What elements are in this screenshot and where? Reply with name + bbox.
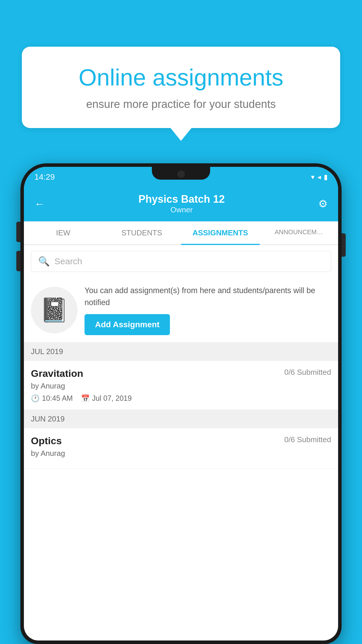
tab-assignments[interactable]: ASSIGNMENTS bbox=[181, 221, 260, 244]
section-label-jul: JUL 2019 bbox=[31, 347, 63, 356]
tab-iew[interactable]: IEW bbox=[24, 221, 103, 244]
assignment-date-gravitation: 📅 Jul 07, 2019 bbox=[81, 394, 132, 402]
tab-announcements[interactable]: ANNOUNCEM… bbox=[260, 221, 338, 244]
section-label-jun: JUN 2019 bbox=[31, 414, 65, 423]
front-camera bbox=[177, 170, 185, 178]
bubble-subtitle: ensure more practice for your students bbox=[42, 98, 320, 111]
time-value-gravitation: 10:45 AM bbox=[42, 394, 73, 402]
assignment-top: Gravitation 0/6 Submitted bbox=[31, 368, 331, 379]
assignment-submitted-gravitation: 0/6 Submitted bbox=[284, 368, 331, 377]
power-button[interactable] bbox=[342, 233, 346, 257]
status-time: 14:29 bbox=[34, 172, 55, 182]
signal-icon: ◂ bbox=[317, 173, 321, 181]
search-bar[interactable]: 🔍 Search bbox=[31, 251, 331, 272]
back-button[interactable]: ← bbox=[34, 198, 45, 210]
assignment-time-gravitation: 🕐 10:45 AM bbox=[31, 394, 73, 402]
assignment-submitted-optics: 0/6 Submitted bbox=[284, 435, 331, 444]
assignment-name-optics: Optics bbox=[31, 435, 62, 447]
notebook-icon: 📓 bbox=[40, 296, 69, 324]
phone-notch bbox=[152, 167, 210, 180]
settings-button[interactable]: ⚙ bbox=[318, 198, 328, 210]
clock-icon: 🕐 bbox=[31, 394, 40, 402]
battery-icon: ▮ bbox=[324, 173, 328, 181]
app-header: ← Physics Batch 12 Owner ⚙ bbox=[24, 187, 338, 221]
search-icon: 🔍 bbox=[38, 256, 50, 267]
assignment-author-gravitation: by Anurag bbox=[31, 382, 331, 391]
header-subtitle: Owner bbox=[138, 205, 225, 214]
calendar-icon: 📅 bbox=[81, 394, 90, 402]
phone-frame: 14:29 ▾ ◂ ▮ ← Physics Batch 12 Owner ⚙ I… bbox=[20, 163, 342, 644]
wifi-icon: ▾ bbox=[311, 173, 314, 181]
promo-section: 📓 You can add assignment(s) from here an… bbox=[24, 278, 338, 342]
header-center: Physics Batch 12 Owner bbox=[138, 193, 225, 214]
promo-right: You can add assignment(s) from here and … bbox=[85, 285, 331, 335]
assignment-item-optics[interactable]: Optics 0/6 Submitted by Anurag bbox=[24, 428, 338, 469]
assignment-item-gravitation[interactable]: Gravitation 0/6 Submitted by Anurag 🕐 10… bbox=[24, 361, 338, 410]
assignment-author-optics: by Anurag bbox=[31, 449, 331, 458]
assignment-meta-gravitation: 🕐 10:45 AM 📅 Jul 07, 2019 bbox=[31, 394, 331, 402]
volume-down-button[interactable] bbox=[16, 251, 20, 271]
promo-card: Online assignments ensure more practice … bbox=[22, 47, 340, 141]
promo-description: You can add assignment(s) from here and … bbox=[85, 285, 331, 308]
section-header-jul: JUL 2019 bbox=[24, 342, 338, 361]
assignment-name-gravitation: Gravitation bbox=[31, 368, 83, 379]
tab-bar: IEW STUDENTS ASSIGNMENTS ANNOUNCEM… bbox=[24, 221, 338, 245]
search-placeholder: Search bbox=[55, 256, 82, 266]
phone-screen: 14:29 ▾ ◂ ▮ ← Physics Batch 12 Owner ⚙ I… bbox=[24, 167, 338, 640]
volume-up-button[interactable] bbox=[16, 222, 20, 242]
add-assignment-button[interactable]: Add Assignment bbox=[85, 314, 170, 335]
bubble-title: Online assignments bbox=[42, 64, 320, 91]
assignment-top-optics: Optics 0/6 Submitted bbox=[31, 435, 331, 447]
section-header-jun: JUN 2019 bbox=[24, 410, 338, 428]
header-title: Physics Batch 12 bbox=[138, 193, 225, 205]
speech-bubble-tail bbox=[171, 128, 191, 141]
assignment-icon-circle: 📓 bbox=[31, 287, 78, 333]
speech-bubble: Online assignments ensure more practice … bbox=[22, 47, 340, 128]
tab-students[interactable]: STUDENTS bbox=[103, 221, 181, 244]
date-value-gravitation: Jul 07, 2019 bbox=[92, 394, 132, 402]
status-icons: ▾ ◂ ▮ bbox=[311, 173, 328, 181]
